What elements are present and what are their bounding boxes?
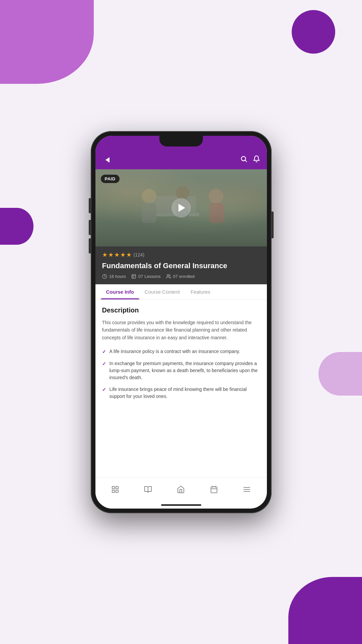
course-title: Fundamentals of General Insurance <box>102 261 260 271</box>
hours-label: 18 hours <box>109 274 126 279</box>
blob-bottom-right <box>288 577 362 644</box>
check-icon-1: ✓ <box>102 348 106 355</box>
phone-shell: PAID ★ ★ ★ ★ ★ (124) Fundamentals of Gen… <box>91 131 272 513</box>
enrolled-label: 07 enrolled <box>173 274 195 279</box>
bullet-item-3: ✓ Life insurance brings peace of mind kn… <box>102 386 260 400</box>
grid-icon <box>111 485 119 493</box>
blob-top-left <box>0 0 94 84</box>
paid-badge: PAID <box>101 175 120 183</box>
bullet-text-2: In exchange for premium payments, the in… <box>110 360 260 381</box>
search-icon[interactable] <box>240 155 247 165</box>
svg-point-8 <box>209 189 223 203</box>
scroll-content: Description This course provides you wit… <box>95 300 267 477</box>
svg-rect-16 <box>116 486 118 489</box>
svg-rect-17 <box>112 490 115 492</box>
star-5-half: ★ <box>126 251 132 258</box>
phone-screen: PAID ★ ★ ★ ★ ★ (124) Fundamentals of Gen… <box>95 136 267 509</box>
check-icon-3: ✓ <box>102 386 106 393</box>
home-icon <box>177 485 185 493</box>
hamburger-icon <box>243 485 251 493</box>
svg-rect-9 <box>209 203 224 223</box>
star-4: ★ <box>120 251 126 258</box>
meta-lessons: 07 Lessons <box>131 274 161 279</box>
bullet-text-1: A life insurance policy is a contract wi… <box>110 348 240 355</box>
svg-point-4 <box>142 189 156 203</box>
lessons-label: 07 Lessons <box>138 274 161 279</box>
blob-mid-left <box>0 208 33 245</box>
back-button[interactable] <box>102 155 113 165</box>
bullet-item-2: ✓ In exchange for premium payments, the … <box>102 360 260 381</box>
star-2: ★ <box>108 251 114 258</box>
rating-count: (124) <box>134 252 145 257</box>
home-indicator <box>95 502 267 509</box>
svg-rect-18 <box>116 490 118 492</box>
play-button[interactable] <box>171 198 191 218</box>
blob-top-right <box>292 10 335 54</box>
svg-rect-11 <box>132 275 136 278</box>
course-tabs: Course Info Course Content Features <box>95 284 267 300</box>
app-header <box>95 152 267 169</box>
nav-item-book[interactable] <box>139 483 157 496</box>
rating-row: ★ ★ ★ ★ ★ (124) <box>102 251 260 258</box>
bullet-list: ✓ A life insurance policy is a contract … <box>102 348 260 400</box>
check-icon-2: ✓ <box>102 360 106 367</box>
svg-rect-5 <box>142 203 156 223</box>
svg-rect-19 <box>211 487 217 493</box>
nav-item-calendar[interactable] <box>205 483 223 496</box>
svg-point-6 <box>176 186 189 199</box>
play-triangle-icon <box>178 204 185 212</box>
description-heading: Description <box>102 306 260 314</box>
star-1: ★ <box>102 251 107 258</box>
course-meta: 18 hours 07 Lessons <box>102 274 260 279</box>
calendar-icon <box>210 485 218 493</box>
bottom-nav <box>95 477 267 502</box>
bullet-item-1: ✓ A life insurance policy is a contract … <box>102 348 260 355</box>
bullet-text-3: Life insurance brings peace of mind know… <box>110 386 260 400</box>
course-info-dark: ★ ★ ★ ★ ★ (124) Fundamentals of General … <box>95 246 267 285</box>
blob-mid-right <box>318 352 362 396</box>
stars: ★ ★ ★ ★ ★ <box>102 251 132 258</box>
course-hero: PAID <box>95 169 267 246</box>
tab-course-content[interactable]: Course Content <box>139 284 185 299</box>
phone-notch <box>159 136 203 147</box>
nav-item-home[interactable] <box>171 483 190 496</box>
star-3: ★ <box>114 251 120 258</box>
tab-course-info[interactable]: Course Info <box>101 284 139 299</box>
home-bar <box>161 504 201 506</box>
book-icon <box>144 485 152 493</box>
description-body: This course provides you with the knowle… <box>102 319 260 341</box>
svg-point-14 <box>167 275 169 276</box>
header-icons <box>240 155 260 165</box>
svg-rect-15 <box>112 486 115 489</box>
meta-enrolled: 07 enrolled <box>166 274 195 279</box>
bell-icon[interactable] <box>253 155 260 165</box>
nav-item-grid[interactable] <box>106 483 125 496</box>
nav-item-menu[interactable] <box>237 483 256 496</box>
meta-hours: 18 hours <box>102 274 126 279</box>
svg-line-1 <box>245 160 246 162</box>
back-chevron-icon <box>105 157 110 163</box>
tab-features[interactable]: Features <box>185 284 216 299</box>
